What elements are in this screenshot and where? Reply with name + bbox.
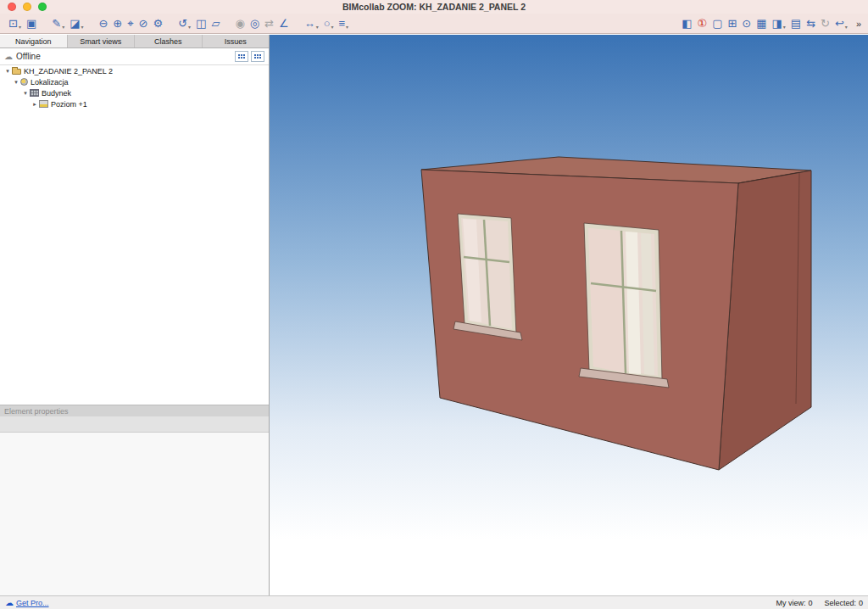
save-icon: ▣ <box>26 15 36 32</box>
toolbar-group-file: ⊡▾▣ <box>7 15 38 32</box>
element-properties-toolbar <box>0 416 269 433</box>
chevron-down-icon[interactable]: ▾ <box>12 79 20 85</box>
tree-item-project[interactable]: ▾ KH_ZADANIE 2_PANEL 2 <box>0 65 269 76</box>
line-style-button[interactable]: ≡▾ <box>337 15 351 32</box>
issue-info-icon: ① <box>697 15 707 32</box>
walk-mode-icon: ◉ <box>235 15 244 32</box>
chevron-down-icon[interactable]: ▾ <box>3 68 12 74</box>
clash-box-button[interactable]: ▢ <box>710 15 724 32</box>
element-properties-content <box>0 433 269 595</box>
line-style-icon: ≡ <box>339 15 346 32</box>
section-plane-button[interactable]: ◪▾ <box>68 15 85 32</box>
my-view-label: My view: <box>776 599 805 607</box>
issue-info-button[interactable]: ① <box>695 15 709 32</box>
save-button[interactable]: ▣ <box>25 15 38 32</box>
tree-item-site[interactable]: ▾ Lokalizacja <box>0 76 269 87</box>
chevron-down-icon: ▾ <box>62 24 64 30</box>
main-toolbar: ⊡▾▣✎▾◪▾⊖⊕⌖⊘⚙↺▾◫▱◉◎⇄∠↔▾○▾≡▾◧①▢⊞⊙▦◨▾▤⇆↻↩▾ … <box>0 14 868 34</box>
toolbar-group-zoom: ⊖⊕⌖⊘⚙ <box>97 15 164 32</box>
chevron-down-icon: ▾ <box>845 24 848 30</box>
tab-navigation[interactable]: Navigation <box>0 35 68 47</box>
previous-view-button[interactable]: ↩▾ <box>833 15 849 32</box>
tab-smart-views[interactable]: Smart views <box>68 35 136 47</box>
window-right[interactable] <box>579 223 669 388</box>
view-settings-button[interactable]: ⚙ <box>152 15 165 32</box>
paint-selection-button[interactable]: ◧ <box>680 15 693 32</box>
chevron-right-icon[interactable]: ▸ <box>31 101 39 107</box>
find-in-model-icon: ⊙ <box>742 15 751 32</box>
hide-element-button[interactable]: ⊘ <box>137 15 150 32</box>
zoom-in-button[interactable]: ⊕ <box>111 15 124 32</box>
tree-item-building[interactable]: ▾ Budynek <box>0 87 269 98</box>
tab-clashes[interactable]: Clashes <box>135 35 203 47</box>
folder-icon <box>12 69 21 75</box>
get-pro-label: Get Pro... <box>16 599 49 607</box>
tab-issues[interactable]: Issues <box>203 35 270 47</box>
toolbar-group-markup: ✎▾◪▾ <box>50 15 85 32</box>
toolbar-group-annotate: ↔▾○▾≡▾ <box>303 15 351 32</box>
markup-pen-icon: ✎ <box>52 15 61 32</box>
measure-button[interactable]: ∠ <box>277 15 291 32</box>
perspective-icon: ▱ <box>211 15 220 32</box>
zoom-extents-button[interactable]: ⌖ <box>125 15 135 32</box>
view-cube-button[interactable]: ◫ <box>194 15 208 32</box>
site-icon <box>20 78 28 86</box>
zoom-out-button[interactable]: ⊖ <box>97 15 109 32</box>
toolbar-overflow-button[interactable]: » <box>856 19 861 29</box>
expand-tree-button[interactable] <box>235 51 248 62</box>
smart-views-button[interactable]: ▦ <box>754 15 768 32</box>
clash-box-icon: ▢ <box>712 15 722 32</box>
smart-views-icon: ▦ <box>756 15 766 32</box>
model-tree: ▾ KH_ZADANIE 2_PANEL 2 ▾ Lokalizacja ▾ B… <box>0 65 269 109</box>
copy-viewpoint-button[interactable]: ⊞ <box>726 15 738 32</box>
pan-mode-button: ⇄ <box>263 15 275 32</box>
tree-item-storey[interactable]: ▸ Poziom +1 <box>0 98 269 109</box>
toolbar-group-navigate: ◉◎⇄∠ <box>233 15 290 32</box>
navigation-panel: Navigation Smart views Clashes Issues ☁ … <box>0 35 270 595</box>
tree-item-label: Lokalizacja <box>31 78 69 87</box>
save-viewpoint-button[interactable]: ▤ <box>789 15 803 32</box>
selected-label: Selected: <box>824 599 856 607</box>
chevron-down-icon: ▾ <box>188 24 191 30</box>
minimize-window-button[interactable] <box>23 3 31 11</box>
section-plane-icon: ◪ <box>70 15 80 32</box>
reset-view-button[interactable]: ↺▾ <box>176 15 192 32</box>
chevron-down-icon: ▾ <box>346 24 348 30</box>
chevron-down-icon[interactable]: ▾ <box>21 90 30 96</box>
orbit-mode-button[interactable]: ◎ <box>248 15 261 32</box>
bimcollab-zoom-window: BIMcollab ZOOM: KH_ZADANIE 2_PANEL 2 ⊡▾▣… <box>0 0 868 609</box>
reset-view-icon: ↺ <box>178 15 187 32</box>
expand-tree-icon <box>238 54 245 59</box>
window-title: BIMcollab ZOOM: KH_ZADANIE 2_PANEL 2 <box>342 2 526 12</box>
markup-pen-button[interactable]: ✎▾ <box>50 15 66 32</box>
refresh-icon: ↻ <box>821 15 830 32</box>
zoom-in-icon: ⊕ <box>113 15 122 32</box>
hide-element-icon: ⊘ <box>139 15 148 32</box>
copy-viewpoint-icon: ⊞ <box>727 15 737 32</box>
pan-mode-icon: ⇄ <box>264 15 274 32</box>
sync-viewpoints-button[interactable]: ⇆ <box>804 15 817 32</box>
new-viewpoint-button[interactable]: ◨▾ <box>771 15 787 32</box>
toolbar-group-right-tools: ◧①▢⊞⊙▦◨▾▤⇆↻↩▾ <box>680 15 849 32</box>
find-in-model-button[interactable]: ⊙ <box>740 15 753 32</box>
get-pro-link[interactable]: ☁ Get Pro... <box>5 599 49 607</box>
dimension-button[interactable]: ↔▾ <box>303 15 320 32</box>
export-icon: ⊡ <box>8 15 18 32</box>
orbit-mode-icon: ◎ <box>250 15 259 32</box>
zoom-window-button[interactable] <box>38 3 47 11</box>
element-properties-label: Element properties <box>4 407 69 416</box>
collapse-tree-button[interactable] <box>251 51 264 62</box>
refresh-button: ↻ <box>819 15 832 32</box>
cloud-icon: ☁ <box>5 599 14 607</box>
building-icon <box>30 89 39 97</box>
view-settings-icon: ⚙ <box>153 15 164 32</box>
tree-item-label: Poziom +1 <box>51 100 87 109</box>
close-window-button[interactable] <box>8 3 16 11</box>
area-button[interactable]: ○▾ <box>322 15 336 32</box>
model-viewport[interactable] <box>270 35 868 595</box>
paint-selection-icon: ◧ <box>682 15 692 32</box>
collapse-tree-icon <box>254 54 261 59</box>
export-button[interactable]: ⊡▾ <box>7 15 23 32</box>
perspective-button[interactable]: ▱ <box>209 15 221 32</box>
chevron-down-icon: ▾ <box>783 24 786 30</box>
